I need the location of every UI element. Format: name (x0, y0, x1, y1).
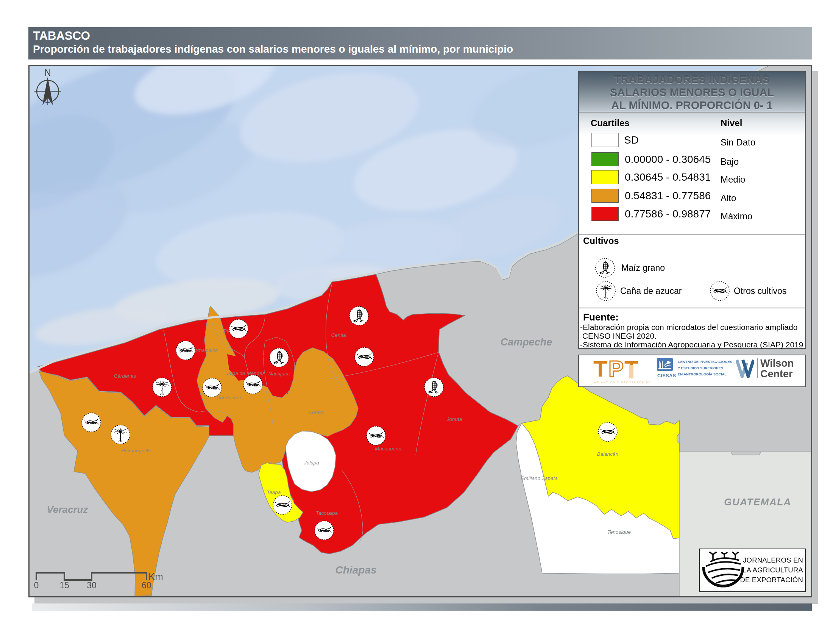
svg-text:Maíz grano: Maíz grano (621, 263, 665, 273)
svg-text:Caña de azucar: Caña de azucar (620, 286, 682, 296)
svg-text:Campeche: Campeche (500, 336, 552, 348)
svg-text:Emiliano Zapata: Emiliano Zapata (521, 475, 558, 481)
svg-text:N: N (45, 68, 51, 78)
svg-text:Tenosique: Tenosique (607, 529, 631, 535)
svg-text:Jonuta: Jonuta (446, 416, 462, 422)
svg-text:Teapa: Teapa (267, 489, 281, 495)
svg-text:Centla: Centla (331, 332, 346, 338)
svg-text:Tacotalpa: Tacotalpa (316, 510, 338, 516)
svg-text:30: 30 (87, 580, 96, 590)
svg-text:Jalapa: Jalapa (304, 460, 319, 465)
svg-text:Cárdenas: Cárdenas (114, 373, 136, 379)
svg-text:Cunduacán: Cunduacán (216, 395, 242, 401)
svg-text:Veracruz: Veracruz (47, 504, 88, 515)
svg-text:GUATEMALA: GUATEMALA (724, 496, 791, 508)
svg-text:15: 15 (60, 580, 69, 590)
svg-text:Huimanguillo: Huimanguillo (121, 448, 151, 454)
svg-text:Km: Km (148, 571, 163, 582)
svg-text:Nacajuca: Nacajuca (269, 371, 290, 377)
svg-text:Macuspana: Macuspana (375, 446, 401, 452)
svg-text:Balancán: Balancán (597, 451, 618, 457)
svg-text:Chiapas: Chiapas (336, 564, 377, 576)
svg-text:Jalpa de Méndez: Jalpa de Méndez (226, 370, 265, 376)
svg-text:Otros cultivos: Otros cultivos (734, 286, 786, 296)
svg-text:0: 0 (34, 580, 39, 590)
svg-text:Centro: Centro (309, 409, 324, 415)
svg-text:Comalcalco: Comalcalco (191, 348, 218, 353)
